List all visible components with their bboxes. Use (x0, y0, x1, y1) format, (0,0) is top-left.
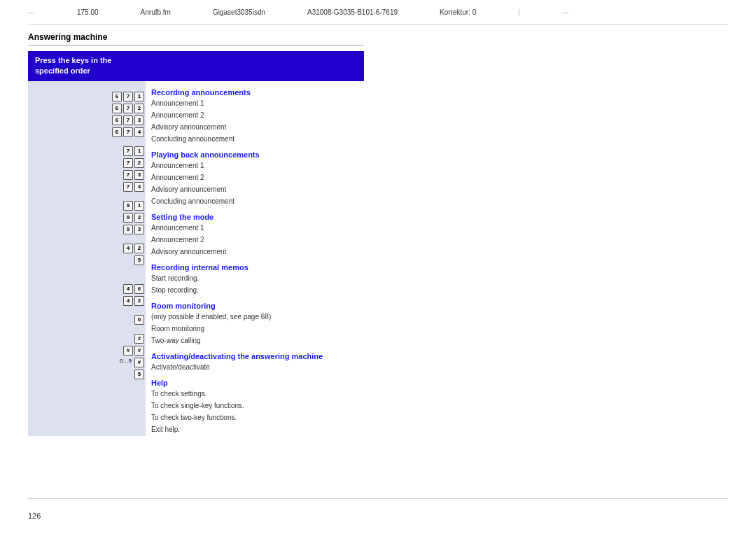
key-hash-h3: # (134, 358, 144, 367)
help-entry-2: To check single-key functions. (151, 400, 364, 412)
left-row-help3: 0…9 # (31, 357, 144, 368)
header-divider: | (518, 8, 520, 16)
key-7-p2: 7 (123, 158, 133, 168)
key-2-mm1: 2 (134, 244, 144, 253)
left-row-rec3: 6 7 3 (31, 115, 144, 126)
play-entry-1: Announcement 1 (151, 160, 364, 171)
mode-entry-1: Announcement 1 (151, 223, 364, 234)
key-7-p3: 7 (123, 170, 133, 180)
help-heading: Help (151, 379, 364, 387)
key-0-act: 0 (134, 315, 144, 325)
key-9-m3: 9 (123, 225, 133, 234)
key-7-3: 7 (123, 115, 133, 125)
mode-entry-3: Advisory announcement (151, 246, 364, 258)
left-row-play1: 7 1 (31, 146, 144, 157)
header-code: A31008-G3035-B101-6-7619 (307, 8, 398, 16)
recording-heading: Recording announcements (151, 88, 364, 97)
key-9-m1: 9 (123, 201, 133, 211)
left-row-mode2: 9 2 (31, 212, 144, 223)
key-4-mm1: 4 (123, 244, 133, 253)
key-6-3: 6 (112, 115, 122, 125)
two-col-layout: 6 7 1 6 7 2 6 7 3 (28, 81, 364, 436)
key-7-p1: 7 (123, 146, 133, 156)
room-heading: Room monitoring (151, 302, 364, 310)
key-1-m1: 1 (134, 201, 144, 211)
room-note: (only possible if enabled, see page 68) (151, 311, 364, 323)
mode-heading: Setting the mode (151, 213, 364, 221)
header-dash2: — (562, 8, 569, 16)
key-7-p4: 7 (123, 182, 133, 192)
header-file: Anrufb.fm (141, 8, 171, 16)
memo-entry-1: Start recording. (151, 273, 364, 284)
key-hash-h1: # (134, 334, 144, 344)
play-entry-3: Advisory announcement (151, 184, 364, 195)
help-entry-4: Exit help. (151, 424, 364, 435)
blue-header: Press the keys in the specified order (28, 51, 364, 81)
key-3-m3: 3 (134, 225, 144, 234)
key-7-4: 7 (123, 127, 133, 137)
key-7-1: 7 (123, 92, 133, 101)
key-4-r1: 4 (123, 284, 133, 294)
rec-entry-3: Advisory announcement (151, 122, 364, 133)
act-entry-1: Activate/deactivate (151, 362, 364, 373)
help-entry-1: To check settings. (151, 388, 364, 400)
page-footer: 126 (28, 512, 41, 520)
header-page-num: 175.00 (77, 8, 99, 16)
key-6-1: 6 (112, 92, 122, 101)
left-row-mode3: 9 3 (31, 224, 144, 235)
left-row-rec4: 6 7 4 (31, 127, 144, 138)
bottom-divider (28, 498, 728, 499)
left-row-play4: 7 4 (31, 181, 144, 192)
left-row-act1: 0 (31, 314, 144, 325)
rec-entry-1: Announcement 1 (151, 98, 364, 109)
key-6-2: 6 (112, 104, 122, 113)
key-2-1: 2 (134, 104, 144, 113)
left-row-play3: 7 3 (31, 169, 144, 181)
key-4-1: 4 (134, 127, 144, 137)
room-entry-2: Two-way calling (151, 335, 364, 346)
play-entry-2: Announcement 2 (151, 172, 364, 183)
key-9-m2: 9 (123, 213, 133, 223)
rec-entry-2: Announcement 2 (151, 110, 364, 121)
right-col: Recording announcements Announcement 1 A… (146, 81, 364, 436)
header-dash1: — (28, 8, 35, 16)
playing-heading: Playing back announcements (151, 150, 364, 159)
left-row-memo2: 5 (31, 255, 144, 266)
memo-entry-2: Stop recording. (151, 285, 364, 296)
key-4-r2: 4 (123, 296, 133, 306)
left-row-play2: 7 2 (31, 157, 144, 169)
page-header: — 175.00 Anrufb.fm Gigaset3035isdn A3100… (0, 0, 756, 24)
key-5-mm2: 5 (134, 255, 144, 265)
key-2-p2: 2 (134, 158, 144, 168)
play-entry-4: Concluding announcement (151, 196, 364, 207)
left-row-help4: 5 (31, 369, 144, 380)
key-3-p3: 3 (134, 170, 144, 180)
header-model: Gigaset3035isdn (213, 8, 265, 16)
left-row-rec1: 6 7 1 (31, 91, 144, 102)
key-7-2: 7 (123, 104, 133, 113)
section-title: Answering machine (28, 32, 364, 45)
key-3-1: 3 (134, 115, 144, 125)
header-korrektur: Korrektur: 0 (440, 8, 476, 16)
key-6-r1: 6 (134, 284, 144, 294)
key-2-m2: 2 (134, 213, 144, 223)
left-col: 6 7 1 6 7 2 6 7 3 (28, 81, 146, 436)
left-row-help1: # (31, 333, 144, 344)
key-6-4: 6 (112, 127, 122, 137)
key-1-1: 1 (134, 92, 144, 101)
key-4-p4: 4 (134, 182, 144, 192)
key-1-p1: 1 (134, 146, 144, 156)
page-number: 126 (28, 512, 41, 520)
activating-heading: Activating/deactivating the answering ma… (151, 352, 364, 360)
key-5-h4: 5 (134, 370, 144, 379)
key-hash-h2b: # (134, 346, 144, 356)
main-content: Answering machine Press the keys in the … (0, 25, 392, 464)
left-row-room1: 4 6 (31, 283, 144, 295)
help-entry-3: To check two-key functions. (151, 412, 364, 423)
key-2-r2: 2 (134, 296, 144, 306)
rec-entry-4: Concluding announcement (151, 134, 364, 145)
left-row-help2: # # (31, 345, 144, 356)
room-entry-1: Room monitoring (151, 323, 364, 335)
mode-entry-2: Announcement 2 (151, 234, 364, 246)
left-row-room2: 4 2 (31, 295, 144, 307)
